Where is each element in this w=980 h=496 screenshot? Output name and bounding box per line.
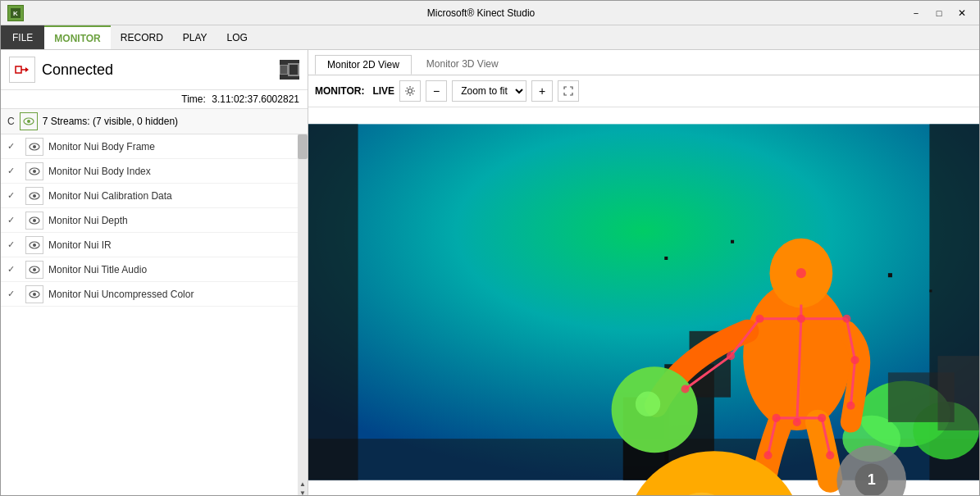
svg-point-6 bbox=[27, 120, 30, 123]
stream-row-uncompressed: ✓ Monitor Nui Uncompressed Color bbox=[1, 282, 298, 307]
time-label: Time: bbox=[181, 93, 206, 105]
svg-rect-2 bbox=[16, 66, 21, 73]
check-uncompressed: ✓ bbox=[7, 289, 21, 299]
zoom-out-button[interactable]: − bbox=[426, 80, 447, 102]
svg-rect-30 bbox=[938, 356, 979, 430]
svg-text:K: K bbox=[13, 10, 18, 17]
svg-point-37 bbox=[636, 392, 660, 416]
menu-item-monitor[interactable]: MONITOR bbox=[44, 25, 110, 49]
view-content: 1 bbox=[308, 107, 979, 496]
live-badge: LIVE bbox=[372, 85, 394, 97]
eye-btn-depth[interactable] bbox=[25, 212, 43, 230]
check-ir: ✓ bbox=[7, 239, 21, 250]
svg-rect-69 bbox=[731, 240, 734, 243]
stream-name-body-frame: Monitor Nui Body Frame bbox=[48, 141, 155, 152]
connect-icon-button[interactable] bbox=[9, 57, 35, 83]
svg-rect-68 bbox=[929, 289, 932, 292]
tab-monitor-3d[interactable]: Monitor 3D View bbox=[415, 55, 510, 75]
time-value: 3.11:02:37.6002821 bbox=[212, 93, 299, 105]
tab-monitor-2d[interactable]: Monitor 2D View bbox=[315, 55, 412, 75]
window-controls: − □ ✕ bbox=[905, 5, 973, 21]
eye-btn-body-index[interactable] bbox=[25, 162, 43, 180]
eye-btn-calibration[interactable] bbox=[25, 187, 43, 205]
stream-name-uncompressed: Monitor Nui Uncompressed Color bbox=[48, 289, 194, 300]
menu-item-play[interactable]: PLAY bbox=[173, 25, 217, 49]
connection-status: Connected bbox=[42, 61, 273, 79]
streams-scrollbar[interactable]: ▲ ▼ bbox=[298, 134, 308, 496]
stream-name-calibration: Monitor Nui Calibration Data bbox=[48, 190, 172, 202]
fullscreen-button[interactable] bbox=[558, 80, 579, 102]
menu-bar: FILE MONITOR RECORD PLAY LOG bbox=[1, 25, 979, 50]
window-title: Microsoft® Kinect Studio bbox=[57, 7, 905, 19]
svg-point-55 bbox=[681, 385, 689, 393]
streams-list: ✓ Monitor Nui Body Frame ✓ bbox=[1, 134, 298, 496]
visibility-toggle-all[interactable] bbox=[20, 112, 38, 130]
stream-name-audio: Monitor Nui Title Audio bbox=[48, 264, 147, 275]
svg-point-53 bbox=[842, 315, 850, 323]
stream-row-ir: ✓ Monitor Nui IR bbox=[1, 233, 298, 257]
stream-row-calibration: ✓ Monitor Nui Calibration Data bbox=[1, 184, 298, 208]
svg-point-59 bbox=[773, 414, 781, 422]
check-audio: ✓ bbox=[7, 264, 21, 275]
check-depth: ✓ bbox=[7, 215, 21, 225]
stream-name-depth: Monitor Nui Depth bbox=[48, 215, 128, 226]
kinect-display: 1 bbox=[308, 107, 979, 496]
svg-point-58 bbox=[793, 418, 801, 426]
stream-name-body-index: Monitor Nui Body Index bbox=[48, 166, 151, 177]
monitor-label: MONITOR: bbox=[315, 85, 364, 97]
svg-point-14 bbox=[33, 219, 36, 222]
svg-marker-4 bbox=[25, 67, 29, 72]
check-calibration: ✓ bbox=[7, 190, 21, 201]
svg-point-10 bbox=[33, 170, 36, 173]
restore-button[interactable]: □ bbox=[928, 5, 950, 21]
time-bar: Time: 3.11:02:37.6002821 bbox=[1, 90, 308, 109]
streams-bar: C 7 Streams: (7 visible, 0 hidden) bbox=[1, 109, 308, 134]
stream-row-depth: ✓ Monitor Nui Depth bbox=[1, 208, 298, 233]
svg-point-54 bbox=[727, 352, 735, 360]
svg-point-62 bbox=[826, 451, 834, 459]
svg-text:1: 1 bbox=[868, 471, 876, 488]
check-body-frame: ✓ bbox=[7, 141, 21, 152]
zoom-in-button[interactable]: + bbox=[531, 80, 553, 102]
stream-row-body-frame: ✓ Monitor Nui Body Frame bbox=[1, 134, 298, 159]
svg-point-8 bbox=[33, 145, 36, 148]
svg-point-56 bbox=[850, 356, 859, 364]
eye-btn-audio[interactable] bbox=[25, 261, 43, 279]
svg-point-60 bbox=[818, 414, 826, 422]
svg-point-16 bbox=[33, 243, 36, 247]
svg-point-57 bbox=[846, 402, 855, 410]
c-label: C bbox=[7, 116, 15, 127]
svg-point-21 bbox=[408, 89, 413, 93]
svg-point-20 bbox=[33, 293, 36, 296]
menu-item-record[interactable]: RECORD bbox=[111, 25, 173, 49]
left-panel: Connected Time: 3.11:02:37.6002821 C 7 S… bbox=[1, 50, 308, 496]
svg-rect-23 bbox=[308, 124, 358, 480]
stream-row-audio: ✓ Monitor Nui Title Audio bbox=[1, 257, 298, 282]
eye-btn-ir[interactable] bbox=[25, 236, 43, 254]
menu-item-log[interactable]: LOG bbox=[217, 25, 258, 49]
connection-bar: Connected bbox=[1, 50, 308, 90]
zoom-select[interactable]: Zoom to fit 25% 50% 75% 100% 200% bbox=[452, 80, 526, 102]
svg-point-52 bbox=[755, 315, 763, 323]
svg-rect-66 bbox=[664, 257, 668, 260]
title-bar: K Microsoft® Kinect Studio − □ ✕ bbox=[1, 1, 979, 25]
svg-point-18 bbox=[33, 268, 36, 271]
eye-btn-uncompressed[interactable] bbox=[25, 285, 43, 303]
eye-btn-body-frame[interactable] bbox=[25, 138, 43, 156]
check-body-index: ✓ bbox=[7, 166, 21, 176]
view-tabs: Monitor 2D View Monitor 3D View bbox=[308, 50, 979, 75]
svg-point-12 bbox=[33, 194, 36, 198]
stream-row-body-index: ✓ Monitor Nui Body Index bbox=[1, 159, 298, 184]
stop-button[interactable] bbox=[280, 60, 299, 80]
minimize-button[interactable]: − bbox=[905, 5, 927, 21]
settings-button[interactable] bbox=[399, 80, 421, 102]
streams-info: 7 Streams: (7 visible, 0 hidden) bbox=[43, 116, 178, 127]
main-content: Connected Time: 3.11:02:37.6002821 C 7 S… bbox=[1, 50, 979, 496]
right-panel: Monitor 2D View Monitor 3D View MONITOR:… bbox=[308, 50, 979, 496]
svg-point-51 bbox=[797, 315, 805, 323]
monitor-toolbar: MONITOR: LIVE − Zoom to fit 25% 50% 75% … bbox=[308, 75, 979, 107]
app-icon: K bbox=[7, 5, 24, 21]
menu-item-file[interactable]: FILE bbox=[1, 25, 44, 49]
close-button[interactable]: ✕ bbox=[951, 5, 973, 21]
svg-rect-67 bbox=[888, 273, 892, 277]
